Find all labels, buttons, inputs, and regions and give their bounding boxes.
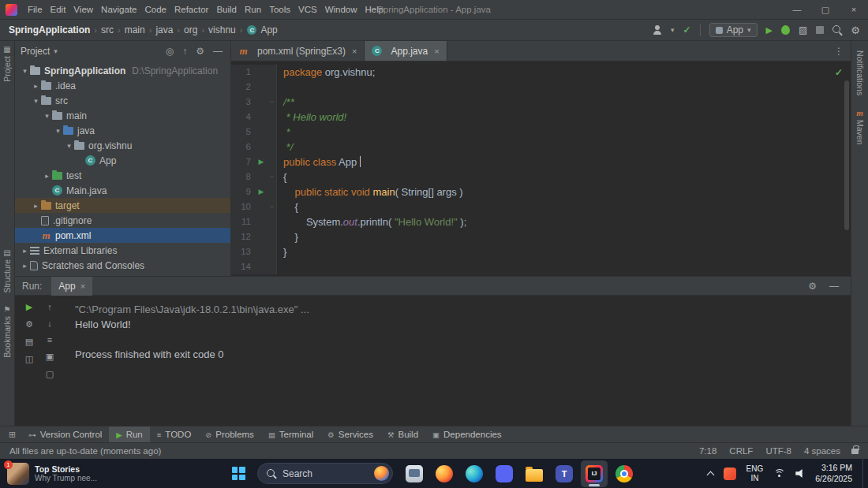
up-stack-trace-icon[interactable]: ↑ — [47, 302, 52, 311]
locate-file-icon[interactable]: ◎ — [163, 46, 176, 57]
close-button[interactable]: × — [840, 0, 868, 20]
tree-item-pom-xml[interactable]: mpom.xml — [15, 228, 230, 243]
search-everywhere-icon[interactable] — [832, 25, 842, 35]
toolwindow-quick-access-icon[interactable]: ⊞ — [3, 430, 21, 440]
volume-icon[interactable] — [795, 469, 805, 478]
chevron-right-icon[interactable]: ▸ — [20, 262, 30, 270]
fold-marker-icon[interactable]: − — [268, 95, 277, 110]
collapse-all-icon[interactable]: ↑ — [180, 46, 189, 57]
menu-item-view[interactable]: View — [69, 0, 97, 20]
news-widget[interactable]: 1 Top Stories Why Trump nee... — [0, 459, 104, 488]
menu-item-refactor[interactable]: Refactor — [170, 0, 212, 20]
toolwindow-button-dependencies[interactable]: ▣Dependencies — [425, 427, 509, 443]
caret-position[interactable]: 7:18 — [699, 446, 716, 456]
tree-item-scratches-and-consoles[interactable]: ▸Scratches and Consoles — [15, 258, 230, 273]
breadcrumb-item-main[interactable]: main — [124, 24, 146, 35]
menu-item-vcs[interactable]: VCS — [294, 0, 321, 20]
taskbar-app-teams[interactable] — [551, 460, 578, 487]
hide-run-panel-icon[interactable]: — — [827, 281, 841, 292]
chevron-down-icon[interactable]: ▾ — [20, 67, 30, 75]
menu-item-build[interactable]: Build — [212, 0, 241, 20]
chevron-right-icon[interactable]: ▸ — [42, 172, 52, 180]
run-gutter-icon[interactable]: ▶ — [255, 184, 268, 199]
taskbar-app-chrome[interactable] — [611, 460, 638, 487]
dashboard-icon[interactable]: ▤ — [25, 337, 33, 347]
menu-item-run[interactable]: Run — [241, 0, 265, 20]
tree-item-gitignore[interactable]: .gitignore — [15, 213, 230, 228]
tray-expand-icon[interactable] — [706, 471, 714, 479]
language-indicator[interactable]: ENG IN — [746, 464, 764, 483]
taskbar-app-discord[interactable] — [491, 460, 518, 487]
breadcrumb-item-app[interactable]: App — [260, 24, 278, 35]
minimize-button[interactable]: — — [783, 0, 811, 20]
taskbar-app-edge[interactable] — [461, 460, 488, 487]
editor-body[interactable]: 1package org.vishnu;23−/**4 * Hello worl… — [231, 61, 851, 276]
taskbar-app-firefox[interactable] — [431, 460, 458, 487]
chevron-down-icon[interactable]: ▾ — [53, 127, 63, 135]
toolwindow-button-run[interactable]: ▶Run — [109, 427, 149, 443]
soft-wrap-icon[interactable]: ≡ — [47, 335, 52, 345]
debug-button[interactable] — [781, 25, 790, 35]
tree-item-main-java[interactable]: CMain.java — [15, 183, 230, 198]
close-icon[interactable]: × — [352, 47, 357, 56]
clear-console-icon[interactable]: ▢ — [46, 369, 54, 379]
tree-item-java[interactable]: ▾java — [15, 123, 230, 138]
menu-item-edit[interactable]: Edit — [47, 0, 70, 20]
menu-item-code[interactable]: Code — [140, 0, 170, 20]
rerun-button[interactable]: ▶ — [26, 302, 32, 312]
console-output[interactable]: "C:\Program Files\Java\jdk-18.0.2.1\bin\… — [62, 296, 851, 426]
down-stack-trace-icon[interactable]: ↓ — [47, 319, 52, 328]
run-config-settings-icon[interactable]: ⚙ — [25, 319, 33, 330]
chevron-down-icon[interactable]: ▾ — [31, 97, 41, 105]
fold-marker-icon[interactable]: − — [268, 199, 277, 214]
wifi-icon[interactable] — [773, 469, 785, 478]
lock-icon[interactable] — [851, 449, 859, 454]
tree-item-src[interactable]: ▾src — [15, 93, 230, 108]
menu-item-help[interactable]: Help — [361, 0, 388, 20]
toolwindow-button-problems[interactable]: ⊘Problems — [198, 427, 261, 443]
breadcrumb-item-java[interactable]: java — [155, 24, 174, 35]
line-separator[interactable]: CRLF — [729, 446, 753, 456]
chevron-down-icon[interactable]: ▾ — [64, 142, 74, 150]
breadcrumb-item-org[interactable]: org — [183, 24, 198, 35]
editor-tab-pom-xml-springex3[interactable]: mpom.xml (SpringEx3)× — [231, 41, 365, 61]
indent-size[interactable]: 4 spaces — [804, 446, 840, 456]
toolwindow-stripe-project[interactable]: ▦ Project — [2, 45, 12, 82]
menu-item-tools[interactable]: Tools — [265, 0, 294, 20]
editor-scrollbar[interactable] — [844, 80, 849, 230]
tree-item-app[interactable]: CApp — [15, 153, 230, 168]
tree-item-main[interactable]: ▾main — [15, 108, 230, 123]
split-view-icon[interactable]: ◫ — [25, 354, 33, 364]
hide-panel-icon[interactable]: — — [211, 46, 225, 57]
toolwindow-button-version-control[interactable]: ⊶Version Control — [21, 427, 109, 443]
show-desktop-button[interactable] — [862, 459, 866, 488]
breadcrumb-item-src[interactable]: src — [100, 24, 114, 35]
breadcrumb-item-springapplication[interactable]: SpringApplication — [8, 24, 91, 35]
chevron-right-icon[interactable]: ▸ — [31, 82, 41, 90]
toolwindow-stripe-structure[interactable]: ▤ Structure — [2, 248, 12, 293]
taskbar-search[interactable]: Search — [257, 463, 393, 484]
file-encoding[interactable]: UTF-8 — [765, 446, 791, 456]
settings-icon[interactable]: ⚙ — [851, 24, 860, 36]
run-settings-icon[interactable]: ⚙ — [806, 281, 819, 292]
run-tab-app[interactable]: App × — [51, 277, 92, 296]
vcs-user-icon[interactable] — [653, 25, 662, 35]
run-config-select[interactable]: App ▾ — [709, 23, 758, 37]
toolwindow-button-todo[interactable]: ≡TODO — [150, 427, 199, 443]
close-icon[interactable]: × — [80, 281, 85, 291]
close-icon[interactable]: × — [434, 47, 439, 56]
taskbar-app-monitor[interactable] — [401, 460, 428, 487]
panel-settings-icon[interactable]: ⚙ — [193, 46, 207, 57]
coverage-button[interactable]: ▨ — [799, 24, 807, 35]
chevron-down-icon[interactable]: ▾ — [54, 47, 58, 55]
run-button[interactable]: ▶ — [766, 25, 773, 35]
tab-options-icon[interactable]: ⋮ — [827, 41, 851, 61]
print-icon[interactable]: ▣ — [46, 352, 54, 362]
menu-item-file[interactable]: File — [24, 0, 47, 20]
chevron-right-icon[interactable]: ▸ — [20, 247, 30, 255]
tree-item-springapplication[interactable]: ▾SpringApplicationD:\SpringApplication — [15, 63, 230, 78]
fold-marker-icon[interactable]: − — [268, 169, 277, 184]
breadcrumb-item-vishnu[interactable]: vishnu — [208, 24, 237, 35]
menu-item-window[interactable]: Window — [321, 0, 361, 20]
tree-item-external-libraries[interactable]: ▸External Libraries — [15, 243, 230, 258]
